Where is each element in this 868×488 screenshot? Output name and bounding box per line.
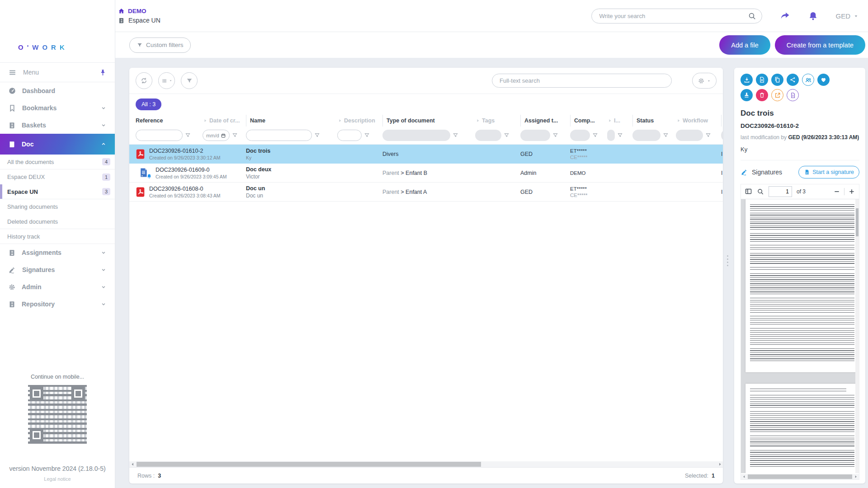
table-settings-button[interactable]: [692, 73, 717, 89]
filter-assigned-select[interactable]: [520, 130, 550, 141]
stamp-button[interactable]: [741, 89, 753, 101]
filter-comp-select[interactable]: [570, 130, 590, 141]
document-properties-button[interactable]: [787, 89, 799, 101]
calendar-icon[interactable]: [221, 133, 226, 138]
filter-name-input[interactable]: [246, 130, 312, 141]
sidebar-toggle-icon[interactable]: [745, 188, 752, 195]
filter-workflow-select[interactable]: [676, 130, 703, 141]
funnel-icon[interactable]: [453, 132, 458, 138]
filter-button[interactable]: [181, 72, 198, 89]
funnel-icon[interactable]: [504, 132, 509, 138]
filter-reference-input[interactable]: [136, 130, 183, 141]
favorite-button[interactable]: [817, 74, 830, 86]
column-header-description[interactable]: Description: [337, 115, 382, 127]
sidebar-subitem-all-documents[interactable]: All the documents 4: [0, 155, 115, 169]
pdf-horizontal-scrollbar[interactable]: [741, 474, 859, 479]
columns-button[interactable]: [158, 72, 175, 89]
refresh-button[interactable]: [136, 72, 152, 89]
sidebar-item-assignments[interactable]: Assignments: [0, 244, 115, 261]
add-file-button[interactable]: Add a file: [719, 35, 770, 55]
funnel-icon[interactable]: [705, 132, 711, 138]
delete-button[interactable]: [756, 89, 768, 101]
column-header-type[interactable]: Type of document: [382, 115, 475, 127]
column-header-date[interactable]: Date of cr...: [203, 115, 246, 127]
table-row[interactable]: DOC230926-01609-0 Created on 9/26/2023 3…: [129, 164, 723, 183]
sidebar-item-doc[interactable]: Doc: [0, 134, 115, 155]
sidebar-item-dashboard[interactable]: Dashboard: [0, 82, 115, 99]
filter-tags-select[interactable]: [475, 130, 501, 141]
filter-type-select[interactable]: [382, 130, 450, 141]
download-button[interactable]: [741, 74, 753, 86]
column-header-workflow[interactable]: Workflow: [676, 115, 721, 127]
breadcrumb-root[interactable]: DEMO: [118, 8, 160, 14]
assign-users-button[interactable]: [802, 74, 814, 86]
legal-notice-link[interactable]: Legal notice: [44, 476, 71, 482]
funnel-icon[interactable]: [663, 132, 669, 138]
upload-version-button[interactable]: [756, 74, 768, 86]
sidebar-subitem-espace-deux[interactable]: Espace DEUX 1: [0, 169, 115, 184]
sidebar-item-baskets[interactable]: Baskets: [0, 117, 115, 134]
column-header-y[interactable]: Y: [721, 115, 723, 127]
scroll-right-arrow-icon[interactable]: [717, 462, 723, 467]
sidebar-subitem-sharing-documents[interactable]: Sharing documents: [0, 199, 115, 214]
create-from-template-button[interactable]: Create from a template: [775, 35, 865, 55]
funnel-icon[interactable]: [552, 132, 558, 138]
funnel-icon[interactable]: [364, 132, 370, 138]
column-header-status[interactable]: Status: [632, 115, 676, 127]
column-header-reference[interactable]: Reference: [136, 115, 203, 127]
search-icon[interactable]: [757, 188, 764, 195]
scroll-left-arrow-icon[interactable]: [741, 474, 747, 479]
global-search-input[interactable]: [599, 13, 748, 19]
funnel-icon[interactable]: [617, 132, 623, 138]
funnel-icon[interactable]: [232, 132, 238, 138]
scroll-left-arrow-icon[interactable]: [129, 462, 136, 467]
start-signature-button[interactable]: Start a signature: [798, 166, 859, 178]
custom-filters-button[interactable]: Custom filters: [129, 38, 191, 53]
zoom-out-icon[interactable]: [833, 188, 840, 195]
page-number-input[interactable]: [769, 186, 792, 197]
table-horizontal-scrollbar[interactable]: [129, 461, 723, 467]
funnel-icon[interactable]: [592, 132, 598, 138]
fulltext-search-input[interactable]: [500, 77, 664, 84]
funnel-icon[interactable]: [185, 132, 191, 138]
share-redo-icon[interactable]: [779, 10, 791, 22]
filter-description-input[interactable]: [337, 130, 362, 141]
scrollbar-thumb[interactable]: [748, 474, 852, 479]
column-header-tags[interactable]: Tags: [475, 115, 520, 127]
sidebar-subitem-deleted-documents[interactable]: Deleted documents: [0, 214, 115, 229]
filter-date-input[interactable]: mm/d: [203, 130, 230, 141]
pdf-vertical-scrollbar[interactable]: [855, 199, 859, 473]
scrollbar-thumb[interactable]: [137, 462, 481, 467]
table-row[interactable]: DOC230926-01608-0 Created on 9/26/2023 3…: [129, 183, 723, 202]
scrollbar-thumb[interactable]: [856, 208, 859, 236]
search-icon[interactable]: [748, 12, 756, 20]
share-button[interactable]: [787, 74, 799, 86]
all-count-badge[interactable]: All : 3: [136, 99, 161, 110]
open-external-button[interactable]: [771, 89, 783, 101]
sidebar-item-repository[interactable]: Repository: [0, 296, 115, 313]
column-header-comp[interactable]: Comp...: [570, 115, 607, 127]
panel-resize-handle[interactable]: [726, 255, 729, 266]
user-menu[interactable]: GED: [835, 12, 859, 20]
sidebar-item-admin[interactable]: Admin: [0, 278, 115, 296]
column-header-i[interactable]: I...: [607, 115, 632, 127]
filter-status-select[interactable]: [632, 130, 660, 141]
column-header-name[interactable]: Name: [246, 115, 337, 127]
scroll-right-arrow-icon[interactable]: [853, 474, 859, 479]
table-row[interactable]: DOC230926-01610-2 Created on 9/26/2023 3…: [129, 145, 723, 164]
zoom-in-icon[interactable]: [848, 188, 855, 195]
sidebar-subitem-espace-un[interactable]: Espace UN 3: [0, 184, 115, 199]
pdf-pages-area[interactable]: [741, 199, 859, 473]
sidebar-item-signatures[interactable]: Signatures: [0, 261, 115, 278]
sidebar-subitem-history-track[interactable]: History track: [0, 229, 115, 244]
pin-icon[interactable]: [99, 69, 107, 76]
copy-button[interactable]: [771, 74, 783, 86]
filter-y-select[interactable]: [721, 130, 723, 141]
row-type: > Enfant A: [401, 189, 427, 195]
funnel-icon[interactable]: [314, 132, 320, 138]
sidebar-menu-toggle[interactable]: Menu: [0, 62, 115, 82]
sidebar-item-bookmarks[interactable]: Bookmarks: [0, 99, 115, 117]
filter-i-select[interactable]: [607, 130, 615, 141]
column-header-assigned[interactable]: Assigned t...: [520, 115, 570, 127]
bell-icon[interactable]: [808, 11, 818, 21]
